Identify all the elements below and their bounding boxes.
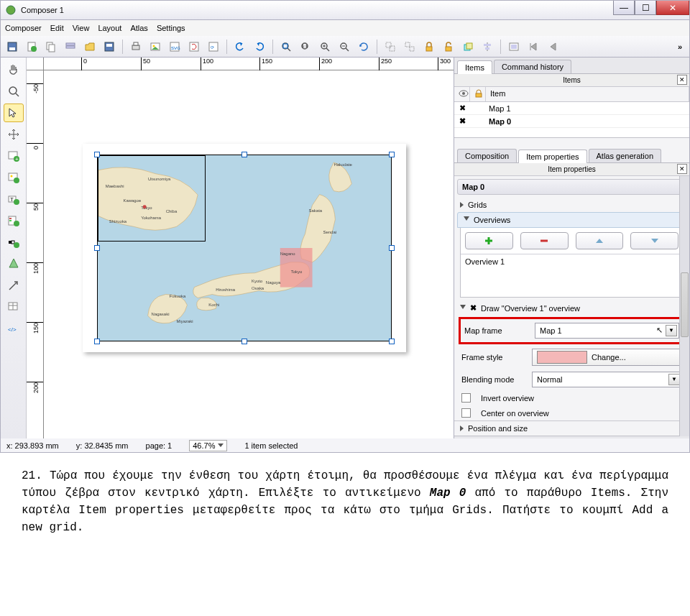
svg-point-59 [14, 221, 19, 226]
move-overview-down-button[interactable] [630, 232, 678, 249]
visibility-checkbox[interactable]: ✖ [454, 116, 470, 126]
export-svg-icon[interactable]: SVG [166, 38, 183, 55]
zoom-actual-icon[interactable]: 1:1 [297, 38, 314, 55]
unlock-icon[interactable] [440, 38, 457, 55]
overview-list-item[interactable]: Overview 1 [465, 257, 678, 266]
zoom-in-icon[interactable] [316, 38, 334, 55]
zoom-out-icon[interactable] [336, 38, 353, 55]
maximize-button[interactable]: ☐ [635, 1, 656, 15]
menu-edit[interactable]: Edit [50, 24, 64, 32]
position-size-section[interactable]: Position and size [454, 420, 689, 436]
export-pdf2-icon[interactable]: ⟳ [205, 38, 222, 55]
menu-composer[interactable]: Composer [5, 24, 42, 32]
close-button[interactable]: ✕ [656, 1, 689, 15]
svg-rect-94 [476, 93, 482, 97]
close-panel-icon[interactable]: ✕ [677, 164, 687, 174]
undo-icon[interactable] [231, 38, 249, 55]
add-scalebar-tool-icon[interactable] [4, 233, 24, 252]
right-panels: Items Command history Items ✕ Item ✖ Map… [454, 58, 689, 438]
map-frame-dropdown[interactable]: Map 1 ↖ ▼ [535, 323, 679, 339]
svg-point-62 [14, 242, 19, 248]
zoom-tool-icon[interactable] [4, 82, 24, 101]
add-overview-button[interactable] [465, 232, 513, 249]
invert-overview-checkbox[interactable] [461, 393, 471, 403]
group-icon[interactable] [382, 38, 399, 55]
lock-icon[interactable] [420, 38, 438, 55]
scrollbar-thumb[interactable] [679, 176, 689, 436]
move-overview-up-button[interactable] [576, 232, 624, 249]
item-row-map0[interactable]: ✖ Map 0 [454, 115, 689, 128]
remove-overview-button[interactable] [520, 232, 569, 249]
svg-rect-7 [66, 43, 75, 45]
svg-rect-36 [426, 47, 432, 51]
menu-settings[interactable]: Settings [157, 24, 185, 32]
blending-mode-dropdown[interactable]: Normal ▼ [532, 372, 682, 387]
minimize-button[interactable]: — [613, 1, 635, 15]
refresh-icon[interactable] [355, 38, 372, 55]
duplicate-composer-icon[interactable] [42, 38, 60, 55]
svg-rect-37 [446, 47, 451, 51]
load-template-icon[interactable] [81, 38, 98, 55]
canvas[interactable]: 0 50 100 150 200 250 300 -50 0 50 100 15… [27, 58, 454, 438]
align-icon[interactable] [479, 38, 496, 55]
close-panel-icon[interactable]: ✕ [677, 75, 687, 85]
redo-icon[interactable] [251, 38, 268, 55]
move-content-tool-icon[interactable] [4, 125, 24, 144]
visibility-checkbox[interactable]: ✖ [454, 104, 470, 113]
invert-overview-row[interactable]: Invert overview [454, 390, 689, 405]
atlas-prev-icon[interactable] [544, 38, 561, 55]
save-icon[interactable] [4, 38, 21, 55]
dropdown-arrow-icon[interactable]: ▼ [668, 374, 680, 385]
print-icon[interactable] [127, 38, 144, 55]
frame-style-swatch [537, 351, 587, 364]
overviews-section[interactable]: Overviews [457, 212, 686, 228]
overview-list[interactable]: Overview 1 [461, 254, 683, 297]
status-selection: 1 item selected [244, 441, 298, 450]
svg-point-14 [153, 45, 155, 47]
add-image-tool-icon[interactable] [4, 168, 24, 187]
atlas-first-icon[interactable] [525, 38, 542, 55]
grids-section[interactable]: Grids [454, 198, 689, 212]
zoom-full-icon[interactable] [277, 38, 295, 55]
add-table-tool-icon[interactable] [4, 298, 24, 316]
item-row-map1[interactable]: ✖ Map 1 [454, 102, 689, 115]
center-overview-checkbox[interactable] [461, 408, 471, 418]
menu-atlas[interactable]: Atlas [130, 24, 147, 32]
new-composer-icon[interactable] [23, 38, 40, 55]
map-section-header: Map 0 [457, 179, 686, 195]
add-map-tool-icon[interactable]: + [4, 147, 24, 165]
select-tool-icon[interactable] [4, 104, 24, 122]
frame-style-row: Frame style Change... [454, 346, 689, 369]
tab-items[interactable]: Items [457, 60, 492, 74]
draw-overview-checkbox-row[interactable]: ✖ Draw "Overview 1" overview [454, 300, 689, 316]
composer-manager-icon[interactable] [62, 38, 79, 55]
tab-atlas-generation[interactable]: Atlas generation [589, 149, 662, 162]
frame-style-button[interactable]: Change... [532, 349, 682, 366]
svg-line-63 [9, 282, 17, 290]
save-template-icon[interactable] [101, 38, 118, 55]
raise-icon[interactable] [459, 38, 477, 55]
add-legend-tool-icon[interactable] [4, 211, 24, 230]
center-overview-row[interactable]: Center on overview [454, 405, 689, 420]
toolbar-overflow-icon[interactable]: » [678, 42, 686, 51]
export-pdf-icon[interactable] [185, 38, 203, 55]
pan-tool-icon[interactable] [4, 60, 24, 79]
export-image-icon[interactable] [147, 38, 164, 55]
tab-command-history[interactable]: Command history [494, 60, 571, 73]
atlas-preview-icon[interactable] [505, 38, 523, 55]
add-label-tool-icon[interactable]: T [4, 190, 24, 208]
add-arrow-tool-icon[interactable] [4, 276, 24, 295]
svg-rect-44 [511, 45, 517, 49]
tab-item-properties[interactable]: Item properties [518, 150, 586, 163]
zoom-combo[interactable]: 46.7% [189, 440, 227, 451]
add-html-tool-icon[interactable]: </> [4, 319, 24, 338]
svg-rect-34 [405, 42, 410, 47]
status-bar: x: 293.893 mm y: 32.8435 mm page: 1 46.7… [0, 438, 690, 453]
tab-composition[interactable]: Composition [457, 149, 517, 162]
menu-view[interactable]: View [73, 24, 90, 32]
svg-text:SVG: SVG [171, 46, 180, 50]
add-shape-tool-icon[interactable] [4, 254, 24, 273]
ungroup-icon[interactable] [401, 38, 418, 55]
menu-layout[interactable]: Layout [98, 24, 121, 32]
dropdown-arrow-icon[interactable]: ▼ [666, 325, 677, 336]
